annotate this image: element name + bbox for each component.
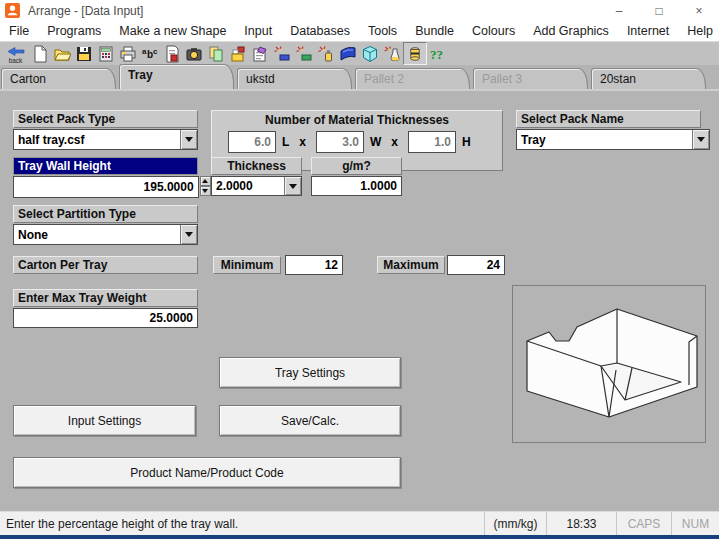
height-thickness-input[interactable]: 1.0 [408,131,456,153]
pack-type-select[interactable]: half tray.csf [13,129,198,150]
tab-pallet-3[interactable]: Pallet 3 [473,68,588,89]
tab-tray[interactable]: Tray [119,64,234,89]
material-thicknesses-row: 6.0 L x 3.0 W x 1.0 H [212,131,502,153]
calculator-button[interactable] [95,43,117,64]
thickness-value: 2.0000 [212,177,284,195]
minimum-label: Minimum [213,256,281,274]
tray-settings-button[interactable]: Tray Settings [219,357,401,388]
max-tray-weight-input[interactable]: 25.0000 [13,308,198,328]
maximize-button[interactable]: □ [639,0,679,21]
pack-name-select[interactable]: Tray [516,129,710,150]
camera-icon [185,45,203,63]
arrange-green-pallet-button[interactable] [293,43,315,64]
chevron-down-icon[interactable] [692,130,709,149]
product-name-code-button[interactable]: Product Name/Product Code [13,457,401,488]
back-button[interactable]: back [2,43,29,65]
properties-icon [251,45,269,63]
print-button[interactable] [117,43,139,64]
multiply-separator: x [299,135,306,149]
arrange-app-window: Arrange - [Data Input] – □ × FileProgram… [0,0,719,539]
minimum-input[interactable]: 12 [285,255,343,275]
copy-button[interactable] [205,43,227,64]
chevron-down-icon[interactable] [284,177,301,195]
arrange-blue-pallet-button[interactable] [271,43,293,64]
copy-icon [207,45,225,63]
arrange-bottle-button[interactable] [315,43,337,64]
length-label: L [282,135,289,149]
bundle-button[interactable] [227,43,249,64]
new-document-icon [31,45,49,63]
svg-text:c: c [153,47,158,56]
menu-item-programs[interactable]: Programs [38,24,110,38]
arrange-green-pallet-icon [295,45,313,63]
gsm-label: g/m? [311,157,402,175]
taskbar-edge [0,535,719,539]
report-button[interactable] [161,43,183,64]
menu-item-input[interactable]: Input [235,24,281,38]
thickness-label: Thickness [211,157,302,175]
menu-item-make-a-new-shape[interactable]: Make a new Shape [110,24,235,38]
menu-item-file[interactable]: File [0,24,38,38]
spray-flask-button[interactable] [381,43,403,64]
carton-per-tray-label: Carton Per Tray [13,256,198,274]
window-controls: – □ × [599,0,719,21]
partition-type-label: Select Partition Type [13,205,198,223]
save-calc-button[interactable]: Save/Calc. [219,405,401,436]
menu-item-tools[interactable]: Tools [359,24,406,38]
camera-button[interactable] [183,43,205,64]
tab-carton[interactable]: Carton [1,68,116,89]
can-icon [406,45,424,63]
back-button-label: back [9,58,23,65]
tab-pallet-2[interactable]: Pallet 2 [355,68,470,89]
title-bar: Arrange - [Data Input] – □ × [0,0,719,21]
book-icon [339,45,357,63]
gsm-input[interactable]: 1.0000 [311,176,402,196]
menu-item-databases[interactable]: Databases [281,24,359,38]
app-logo-icon [5,3,20,18]
minimize-button[interactable]: – [599,0,639,21]
cube-3d-button[interactable] [359,43,381,64]
length-thickness-input[interactable]: 6.0 [228,131,276,153]
chevron-down-icon[interactable] [180,130,197,149]
tray-wall-height-label: Tray Wall Height [13,157,198,175]
input-settings-button[interactable]: Input Settings [13,405,196,436]
maximum-label: Maximum [377,256,445,274]
width-thickness-input[interactable]: 3.0 [316,131,364,153]
multiply-separator: x [391,135,398,149]
open-folder-button[interactable] [51,43,73,64]
menu-item-add-graphics[interactable]: Add Graphics [524,24,618,38]
material-thicknesses-title: Number of Material Thicknesses [212,111,502,127]
menu-item-internet[interactable]: Internet [618,24,678,38]
tab-20stan[interactable]: 20stan [591,68,706,89]
status-message: Enter the percentage height of the tray … [0,517,484,531]
tab-bar: CartonTrayukstdPallet 2Pallet 320stan [1,65,719,89]
arrange-blue-pallet-icon [273,45,291,63]
chevron-down-icon[interactable] [180,225,197,244]
spin-up-icon[interactable] [200,176,211,186]
menu-item-help[interactable]: Help [678,24,719,38]
menu-item-bundle[interactable]: Bundle [406,24,463,38]
properties-button[interactable] [249,43,271,64]
print-icon [119,45,137,63]
help-icon: ?? [429,45,447,63]
save-button[interactable] [73,43,95,64]
tray-wall-height-input[interactable]: 195.0000 [13,176,199,198]
can-button[interactable] [403,42,427,65]
data-input-form: Select Pack Type half tray.csf Number of… [0,89,719,512]
thickness-select[interactable]: 2.0000 [211,176,302,196]
spin-down-icon[interactable] [200,186,211,196]
partition-type-select[interactable]: None [13,224,198,245]
pack-type-value: half tray.csf [14,130,180,149]
new-document-button[interactable] [29,43,51,64]
units-indicator: (mm/kg) [484,512,546,535]
help-button[interactable]: ?? [427,43,449,64]
maximum-input[interactable]: 24 [447,255,505,275]
width-label: W [370,135,381,149]
menu-item-colours[interactable]: Colours [463,24,524,38]
tab-ukstd[interactable]: ukstd [237,68,352,89]
book-button[interactable] [337,43,359,64]
spell-check-button[interactable]: abc [139,43,161,64]
close-button[interactable]: × [679,0,719,21]
report-icon [163,45,181,63]
caps-lock-indicator: CAPS [616,512,671,535]
